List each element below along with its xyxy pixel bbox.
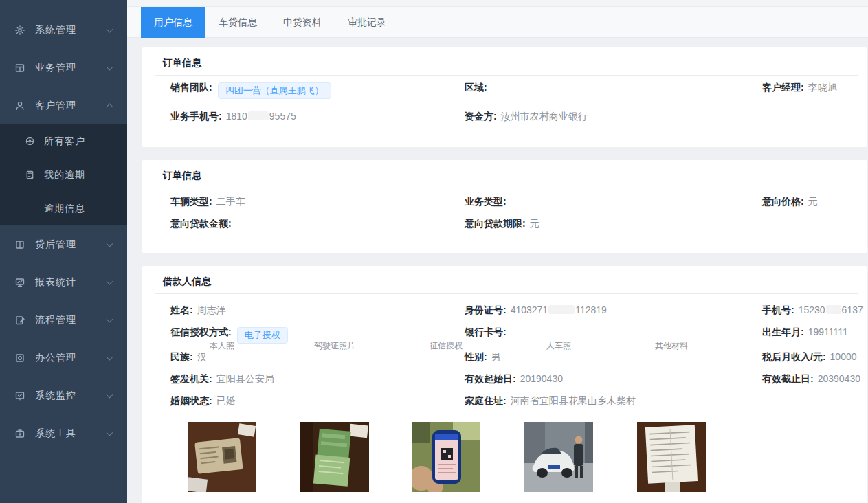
field-label: 资金方: xyxy=(465,111,497,122)
paper-doc-photo-thumbnail[interactable] xyxy=(637,422,706,492)
field-label: 身份证号: xyxy=(465,304,507,315)
field-value: 152306137 xyxy=(799,304,863,315)
tab-bar: 用户信息 车贷信息 申贷资料 审批记录 xyxy=(127,7,868,38)
field-label: 签发机关: xyxy=(170,373,212,384)
vehicle-type-field: 车辆类型:二手车 xyxy=(170,196,245,208)
field-value: 二手车 xyxy=(216,196,245,207)
field-value: 元 xyxy=(530,218,539,229)
field-label: 民族: xyxy=(170,351,193,362)
field-label: 车辆类型: xyxy=(170,196,212,207)
tab-car-loan-info[interactable]: 车贷信息 xyxy=(205,7,270,38)
field-value: 汝州市农村商业银行 xyxy=(501,111,588,122)
card-divider xyxy=(155,75,858,76)
business-phone-field: 业务手机号:181095575 xyxy=(170,111,296,123)
chevron-up-icon xyxy=(107,103,113,110)
sidebar-item-label: 流程管理 xyxy=(35,314,76,326)
sidebar-item-label: 系统工具 xyxy=(35,427,76,440)
monitor-icon xyxy=(14,277,25,288)
card-title: 借款人信息 xyxy=(163,276,211,288)
sidebar-item-system-monitor[interactable]: 系统监控 xyxy=(0,377,127,414)
field-label: 婚姻状态: xyxy=(170,395,212,406)
field-label: 意向贷款期限: xyxy=(465,218,526,229)
field-value: 4103271112819 xyxy=(511,304,607,315)
document-icon xyxy=(25,170,35,180)
bank-card-field: 银行卡号: xyxy=(465,326,511,339)
field-label: 银行卡号: xyxy=(465,326,507,337)
sidebar-item-office-mgmt[interactable]: 办公管理 xyxy=(0,339,127,377)
field-label: 销售团队: xyxy=(170,82,212,93)
sidebar-item-business-mgmt[interactable]: 业务管理 xyxy=(0,49,127,87)
sidebar-item-report-stats[interactable]: 报表统计 xyxy=(0,263,127,301)
sales-team-tag[interactable]: 四团一营（直属王鹏飞） xyxy=(218,82,331,99)
sidebar-item-label: 业务管理 xyxy=(35,62,76,74)
field-label: 区域: xyxy=(465,82,487,93)
field-value: 元 xyxy=(808,196,818,207)
top-strip xyxy=(127,0,868,7)
field-label: 有效截止日: xyxy=(762,373,814,384)
sidebar-item-system-mgmt[interactable]: 系统管理 xyxy=(0,11,127,49)
sidebar-item-label: 系统监控 xyxy=(35,390,76,402)
field-value: 20390430 xyxy=(818,373,860,384)
field-value: 河南省宜阳县花果山乡木柴村 xyxy=(511,395,636,406)
book-icon xyxy=(14,239,25,250)
sales-team-field: 销售团队:四团一营（直属王鹏飞） xyxy=(170,82,331,99)
toolbox-icon xyxy=(14,428,25,439)
chevron-down-icon xyxy=(107,391,113,398)
issuing-authority-field: 签发机关:宜阳县公安局 xyxy=(170,373,274,385)
sidebar-item-label: 办公管理 xyxy=(35,352,76,364)
monitor-check-icon xyxy=(14,390,25,401)
field-value: 汉 xyxy=(197,351,207,362)
person-car-photo-thumbnail[interactable] xyxy=(524,422,593,492)
wheel-icon xyxy=(25,136,35,146)
field-label: 有效起始日: xyxy=(465,373,516,384)
field-value: 周志洋 xyxy=(197,304,226,315)
chevron-down-icon xyxy=(107,429,113,436)
gender-field: 性别:男 xyxy=(465,351,501,364)
user-icon xyxy=(14,100,25,111)
field-label: 意向贷款金额: xyxy=(170,218,232,229)
phone-qr-photo-thumbnail[interactable] xyxy=(412,422,480,492)
birth-date-field: 出生年月:19911111 xyxy=(762,326,848,339)
field-value: 19911111 xyxy=(808,326,848,337)
field-value: 男 xyxy=(491,351,501,362)
tab-approval-records[interactable]: 审批记录 xyxy=(335,7,399,38)
region-field: 区域: xyxy=(465,82,491,94)
sidebar-item-system-tools[interactable]: 系统工具 xyxy=(0,414,127,452)
sidebar-subitem-all-customers[interactable]: 所有客户 xyxy=(0,124,127,158)
phone-field: 手机号:152306137 xyxy=(762,304,863,317)
order-info-card-2: 订单信息 车辆类型:二手车 业务类型: 意向价格:元 意向贷款金额: 意向贷款期… xyxy=(141,159,868,254)
sidebar-item-postloan-mgmt[interactable]: 贷后管理 xyxy=(0,225,127,263)
chevron-down-icon xyxy=(107,315,113,322)
green-booklet-photo-thumbnail[interactable] xyxy=(300,422,369,492)
borrower-info-card: 借款人信息 姓名:周志洋 身份证号:4103271112819 手机号:1523… xyxy=(141,265,868,503)
sidebar-subitem-label: 逾期信息 xyxy=(44,203,85,215)
sidebar-subitem-overdue-info[interactable]: 逾期信息 xyxy=(0,192,127,225)
intent-loan-amount-field: 意向贷款金额: xyxy=(170,218,236,230)
app-window: 系统管理 业务管理 客户管理 所有客户 xyxy=(0,0,868,503)
funder-field: 资金方:汝州市农村商业银行 xyxy=(465,111,588,123)
sidebar-subitem-my-overdue[interactable]: 我的逾期 xyxy=(0,158,127,192)
sidebar-subitem-label: 我的逾期 xyxy=(44,169,85,181)
valid-to-field: 有效截止日:20390430 xyxy=(762,373,860,385)
tab-user-info[interactable]: 用户信息 xyxy=(141,7,205,38)
ethnicity-field: 民族:汉 xyxy=(170,351,207,364)
sidebar-item-label: 报表统计 xyxy=(35,276,76,289)
sidebar-item-label: 客户管理 xyxy=(35,100,76,112)
gear-icon xyxy=(14,25,25,36)
sidebar-subitem-label: 所有客户 xyxy=(44,135,85,148)
home-address-field: 家庭住址:河南省宜阳县花果山乡木柴村 xyxy=(465,395,636,407)
sidebar-item-customer-mgmt[interactable]: 客户管理 xyxy=(0,87,127,124)
field-label: 家庭住址: xyxy=(465,395,507,406)
tab-loan-application-docs[interactable]: 申贷资料 xyxy=(270,7,335,38)
sidebar-item-process-mgmt[interactable]: 流程管理 xyxy=(0,301,127,339)
photo-caption: 其他材料 xyxy=(637,340,706,352)
photo-caption: 征信授权 xyxy=(412,340,480,352)
customer-mgmt-submenu: 所有客户 我的逾期 逾期信息 xyxy=(0,124,127,225)
field-label: 征信授权方式: xyxy=(170,326,232,337)
id-card-photo-thumbnail[interactable] xyxy=(188,422,256,492)
sidebar-item-label: 系统管理 xyxy=(35,24,76,36)
field-value: 已婚 xyxy=(216,395,236,406)
intent-price-field: 意向价格:元 xyxy=(762,196,818,208)
field-label: 业务手机号: xyxy=(170,111,222,122)
card-title: 订单信息 xyxy=(163,57,201,69)
